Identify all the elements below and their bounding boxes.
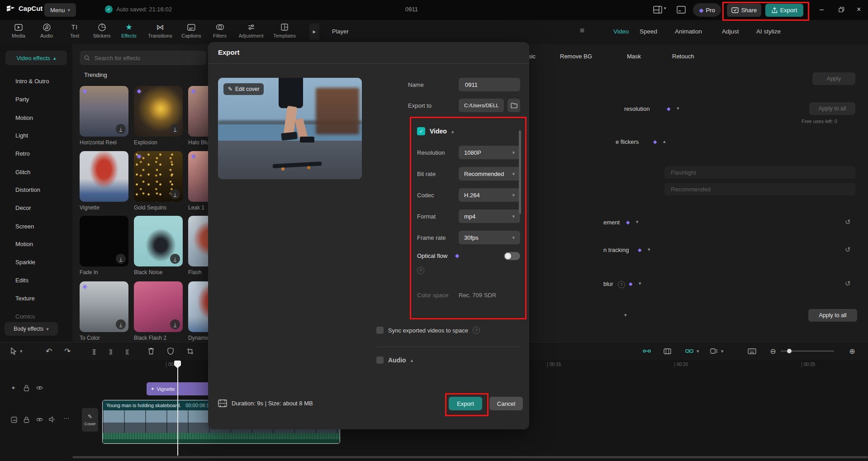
playhead-line[interactable]	[177, 361, 178, 456]
sidebar-item-edits[interactable]: Edits	[15, 277, 28, 284]
sidebar-item-retro[interactable]: Retro	[15, 150, 30, 157]
reset-icon[interactable]: ↺	[845, 246, 851, 254]
shield-icon[interactable]	[165, 347, 176, 356]
subtab-mask[interactable]: Mask	[627, 53, 641, 60]
download-icon[interactable]: ↓	[170, 254, 180, 264]
panel-toggle[interactable]	[677, 6, 686, 14]
frame-track-icon[interactable]	[11, 417, 17, 423]
tab-effects-active[interactable]: ★ Effects	[116, 23, 142, 38]
download-icon[interactable]: ↓	[170, 124, 180, 134]
effect-thumbnail[interactable]: ◆ ↓	[134, 86, 183, 137]
chevron-down-icon[interactable]: ▾	[677, 105, 679, 111]
share-button[interactable]: Share	[727, 4, 761, 17]
search-input[interactable]	[94, 54, 202, 62]
subtab-remove-bg[interactable]: Remove BG	[560, 53, 592, 60]
lock-icon[interactable]	[24, 385, 29, 391]
tab-speed[interactable]: Speed	[640, 28, 657, 35]
tab-transitions[interactable]: ⋈ Transitions	[147, 23, 173, 38]
apply-button-disabled[interactable]: Apply	[812, 72, 855, 85]
effect-thumbnail[interactable]: ◆ ↓	[134, 151, 183, 202]
effect-card-horizontal-reel[interactable]: ◆ ↓ Horizontal Reel	[80, 86, 128, 146]
chevron-down-icon[interactable]: ▾	[639, 280, 641, 286]
split-left-icon[interactable]: ]|	[105, 347, 116, 356]
edit-cover-button[interactable]: ✎ Edit cover	[223, 83, 264, 95]
effect-thumbnail[interactable]: ↓	[80, 216, 128, 266]
sidebar-item-party[interactable]: Party	[15, 96, 29, 103]
sidebar-item-intro-outro[interactable]: Intro & Outro	[15, 78, 49, 85]
close-button[interactable]: ×	[857, 5, 861, 14]
effect-card-gold-sequins[interactable]: ◆ ↓ Gold Sequins	[134, 151, 183, 211]
browse-folder-button[interactable]	[508, 99, 520, 112]
format-dropdown[interactable]: mp4 ▾	[459, 209, 520, 223]
export-confirm-button[interactable]: Export	[449, 397, 482, 410]
tab-adjustment[interactable]: Adjustment	[238, 23, 264, 38]
panel-toggle-icon[interactable]	[677, 6, 686, 14]
sync-row[interactable]: Sync exported videos to space ?	[376, 327, 480, 334]
sidebar-item-glitch[interactable]: Glitch	[15, 169, 30, 176]
split-icon[interactable]: ][	[89, 347, 100, 356]
chevron-down-icon[interactable]: ▾	[697, 348, 699, 354]
codec-dropdown[interactable]: H.264 ▾	[459, 188, 520, 202]
download-icon[interactable]: ↓	[170, 319, 180, 329]
video-checkbox-checked[interactable]: ✓	[417, 127, 425, 135]
reset-icon[interactable]: ↺	[845, 218, 851, 226]
download-icon[interactable]: ↓	[116, 319, 126, 329]
sidebar-body-effects-button[interactable]: Body effects ▾	[5, 322, 58, 336]
eye-icon[interactable]	[36, 417, 43, 422]
sidebar-item-light[interactable]: Light	[15, 132, 28, 139]
cancel-button[interactable]: Cancel	[489, 397, 523, 410]
restore-button[interactable]	[839, 7, 844, 13]
ribbon-more-button[interactable]: ▶	[309, 24, 319, 40]
player-menu-icon[interactable]: ≡	[580, 26, 584, 35]
pro-badge[interactable]: ◆ Pro	[693, 3, 721, 17]
tab-captions[interactable]: Captions	[178, 23, 204, 38]
effects-search[interactable]	[80, 51, 206, 65]
effect-thumbnail[interactable]: ↓	[134, 281, 183, 332]
sidebar-item-distortion[interactable]: Distortion	[15, 186, 40, 193]
sidebar-item-sparkle[interactable]: Sparkle	[15, 259, 35, 266]
link-preview-icon[interactable]	[641, 347, 652, 356]
clip-mode-icon[interactable]	[708, 347, 719, 356]
tab-templates[interactable]: Templates	[271, 23, 298, 38]
zoom-out-icon[interactable]: ⊖	[768, 347, 778, 356]
chevron-down-icon[interactable]: ▾	[721, 348, 724, 354]
more-icon[interactable]: ⋯	[63, 414, 70, 422]
zoom-in-icon[interactable]: ⊕	[847, 347, 858, 356]
sidebar-header-video-effects[interactable]: Video effects ▴	[5, 51, 67, 65]
chevron-down-icon[interactable]: ▾	[664, 6, 666, 14]
undo-icon[interactable]: ↶	[43, 347, 54, 356]
audio-checkbox[interactable]	[376, 356, 384, 364]
name-field[interactable]	[459, 78, 520, 91]
chevron-up-icon[interactable]: ▴	[451, 128, 454, 134]
tab-text[interactable]: TI Text	[62, 23, 88, 38]
optical-flow-toggle-off[interactable]	[504, 252, 520, 260]
effect-card-explosion[interactable]: ◆ ↓ Explosion	[134, 86, 183, 146]
tab-filters[interactable]: Filters	[207, 23, 233, 38]
sidebar-item-motion[interactable]: Motion	[15, 114, 33, 121]
tab-animation[interactable]: Animation	[675, 28, 702, 35]
bitrate-dropdown[interactable]: Recommended ▾	[459, 167, 520, 181]
tab-adjust[interactable]: Adjust	[722, 28, 739, 35]
chevron-down-icon[interactable]: ▾	[20, 348, 23, 354]
speaker-icon[interactable]	[49, 416, 56, 423]
split-right-icon[interactable]: |[	[122, 347, 133, 356]
chevron-down-icon[interactable]: ▾	[624, 312, 627, 318]
effect-thumbnail[interactable]	[80, 151, 128, 202]
keyboard-icon[interactable]	[746, 347, 757, 356]
eye-icon[interactable]	[36, 385, 43, 390]
cover-button[interactable]: ✎ Cover	[82, 408, 98, 432]
tab-media[interactable]: Media	[5, 23, 32, 38]
sidebar-item-motion2[interactable]: Motion	[15, 241, 33, 247]
dialog-scrollbar[interactable]	[519, 130, 521, 214]
auto-link-icon[interactable]	[684, 347, 695, 356]
sidebar-item-comics[interactable]: Comics	[15, 313, 35, 320]
lock-icon[interactable]	[24, 417, 29, 423]
effect-card-black-noise[interactable]: ↓ Black Noise	[134, 216, 183, 276]
download-icon[interactable]: ↓	[170, 189, 180, 199]
zoom-slider-knob[interactable]	[787, 349, 792, 353]
chevron-down-icon[interactable]: ▾	[636, 219, 639, 225]
select-tool-icon[interactable]	[8, 347, 19, 356]
delete-icon[interactable]	[146, 347, 157, 356]
apply-to-all-disabled[interactable]: Apply to all	[809, 102, 855, 115]
effect-card-to-color[interactable]: ◆ ↓ To Color	[80, 281, 128, 341]
